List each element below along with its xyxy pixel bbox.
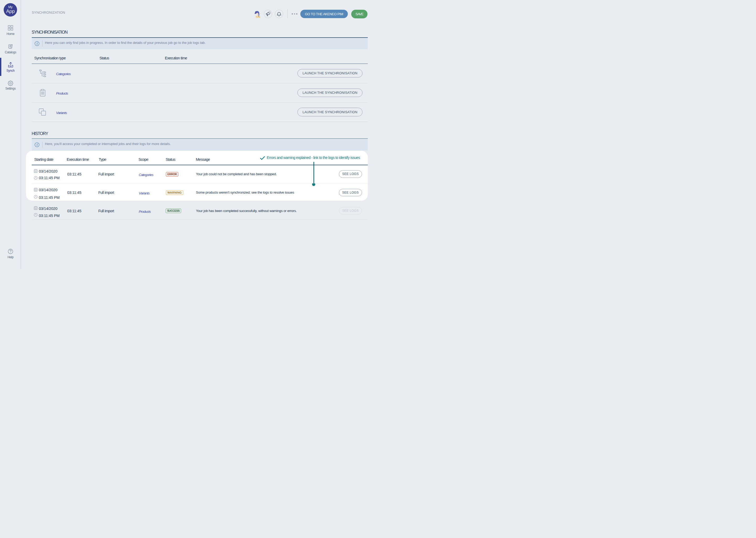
svg-text:i: i [36,42,37,45]
svg-text:i: i [36,143,37,146]
